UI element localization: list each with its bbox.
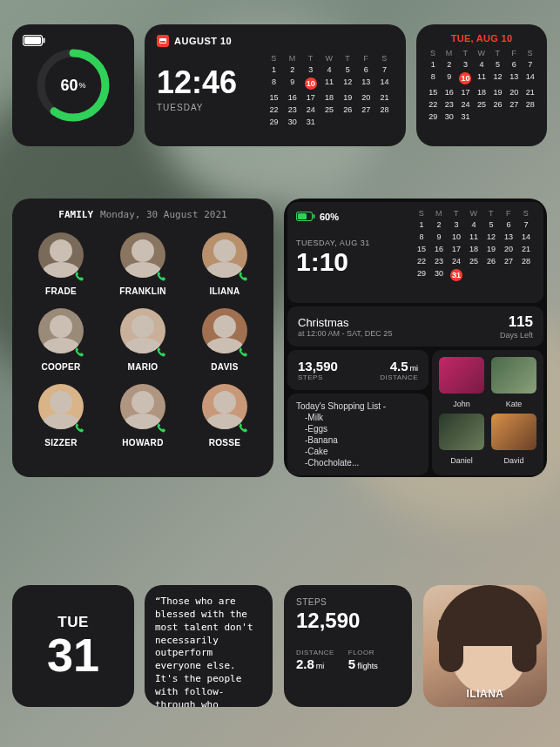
battery-icon [296,209,315,225]
photo-thumb[interactable]: John [439,357,484,408]
contact-photo-widget[interactable]: ILIANA [423,585,547,707]
clock-date: AUGUST 10 [174,36,232,46]
svg-rect-1 [44,38,45,44]
event-name: Christmas [298,316,392,329]
family-contact[interactable]: FRANKLIN [106,232,179,296]
calendar-small-title: TUE, AUG 10 [425,33,538,44]
phone-icon [73,347,85,359]
svg-rect-7 [298,213,307,219]
family-contact-name: FRADE [45,286,77,296]
note-title: Today's Shopping List - [296,400,420,412]
note-item: -Banana [305,434,420,446]
clock-calendar-widget[interactable]: AUGUST 10 12:46 TUESDAY SMTWTFS 12345678… [145,24,406,146]
phone-icon [155,347,167,359]
clock-time: 12:46 [157,64,265,101]
quote-text: “Those who are blessed with the most tal… [155,596,262,707]
battery-ring-widget[interactable]: 60% [12,24,134,146]
note-item: -Chocholate... [305,457,420,468]
family-contact-name: ILIANA [209,286,240,296]
calendar-small-widget[interactable]: TUE, AUG 10 SMTWTFS 12345678910111213141… [416,24,547,146]
event-count-label: Days Left [500,331,533,340]
family-contact[interactable]: ROSSE [188,384,261,448]
family-contact-name: SIZZER [44,438,77,448]
photo-thumb[interactable]: Daniel [439,414,484,465]
contact-name: ILIANA [423,688,547,700]
date-widget[interactable]: TUE 31 [12,585,134,707]
dashboard-date: TUESDAY, AUG 31 [296,239,404,247]
family-contact[interactable]: ILIANA [188,232,261,296]
svg-rect-2 [24,37,41,44]
note-item: -Milk [305,412,420,423]
photo-thumb[interactable]: Kate [491,357,536,408]
event-when: at 12:00 AM - SAT, DEC 25 [298,329,392,338]
date-day-number: 31 [47,631,99,678]
family-title: FAMILY [58,209,93,220]
note-item: -Cake [305,446,420,457]
family-contact-name: COOPER [41,362,80,372]
steps-value: 12,590 [296,609,400,633]
family-contact-name: DAVIS [211,362,238,372]
family-contact[interactable]: COOPER [24,308,98,372]
calendar-badge-icon [157,35,169,47]
phone-icon [155,422,167,434]
phone-icon [237,347,249,359]
photo-thumb[interactable]: David [491,414,536,465]
dashboard-widget[interactable]: 60% TUESDAY, AUG 31 1:10 SMTWTFS 1234567… [284,199,547,477]
phone-icon [73,422,85,434]
quote-widget[interactable]: “Those who are blessed with the most tal… [145,585,273,707]
clock-weekday: TUESDAY [157,103,265,112]
family-contact-name: ROSSE [209,438,241,448]
svg-rect-6 [314,214,315,219]
family-contact-name: MARIO [128,362,159,372]
phone-icon [155,271,167,283]
family-contact[interactable]: FRADE [24,232,98,296]
family-contact[interactable]: MARIO [106,308,179,372]
family-contact[interactable]: DAVIS [188,308,261,372]
note-item: -Eggs [305,423,420,434]
steps-value: 13,590 [298,359,338,374]
event-count: 115 [509,313,533,331]
phone-icon [237,422,249,434]
phone-icon [73,271,85,283]
dashboard-time: 1:10 [296,247,404,277]
steps-label: STEPS [298,374,338,381]
family-subtitle: Monday, 30 August 2021 [100,209,227,220]
family-contact-name: FRANKLIN [119,286,166,296]
family-contact-name: HOWARD [122,438,163,448]
battery-percent: 60 [60,77,78,95]
steps-label: STEPS [296,597,400,607]
steps-widget[interactable]: STEPS 12,590 DISTANCE 2.8mi FLOOR 5fligh… [284,585,412,707]
battery-icon [23,35,45,46]
family-contact[interactable]: SIZZER [24,384,98,448]
family-contact[interactable]: HOWARD [106,384,179,448]
dashboard-battery: 60% [320,212,339,222]
phone-icon [237,271,249,283]
family-widget[interactable]: FAMILY Monday, 30 August 2021 FRADEFRANK… [12,199,273,477]
distance-label: DISTANCE [380,374,418,381]
